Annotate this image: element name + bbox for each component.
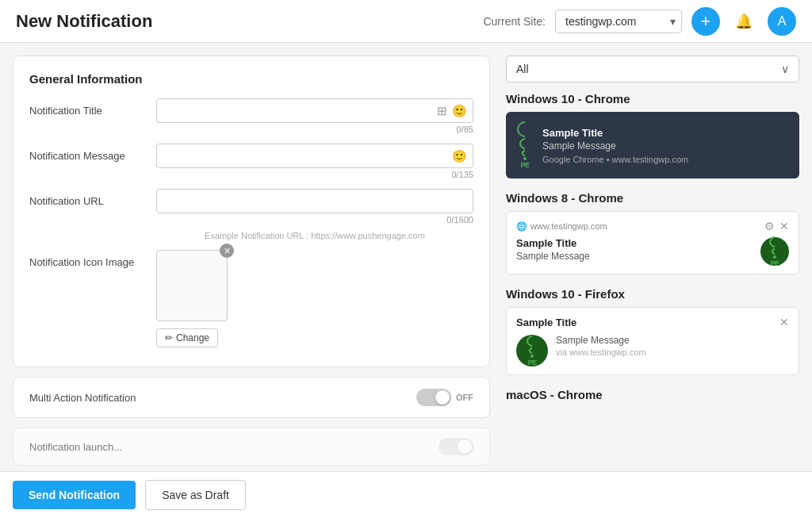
save-as-draft-button[interactable]: Save as Draft: [145, 480, 246, 510]
user-icon: A: [778, 14, 787, 29]
change-button-wrapper: ✏ Change: [156, 328, 473, 347]
wifi-arc-win8-small: [770, 247, 779, 255]
right-panel: All ∨ Windows 10 - Chrome PE: [506, 56, 799, 475]
wifi-dot-ff: [530, 355, 534, 358]
gear-icon: ⚙: [764, 220, 775, 232]
url-char-count: 0/1600: [156, 215, 473, 224]
preview-win10-sample-msg: Sample Message: [542, 140, 788, 152]
icon-field: ✕ ✏ Change: [156, 250, 473, 347]
bell-button[interactable]: 🔔: [730, 7, 758, 36]
icon-image-box: [156, 250, 228, 321]
page-wrapper: New Notification Current Site: testingwp…: [0, 0, 812, 518]
preview-win8-chrome-title: Windows 8 - Chrome: [506, 191, 799, 205]
preview-win8-text: Sample Title Sample Message: [516, 237, 753, 262]
header-right: Current Site: testingwp.com ▾ + 🔔 A: [483, 7, 796, 36]
preview-win8-actions: ⚙ ✕: [764, 220, 789, 232]
header: New Notification Current Site: testingwp…: [0, 0, 812, 43]
preview-win10-content: Sample Title Sample Message Google Chrom…: [542, 127, 788, 164]
preview-win10-chrome-card: PE Sample Title Sample Message Google Ch…: [506, 112, 799, 178]
pe-label-win8: PE: [770, 259, 779, 267]
preview-win8-header: 🌐 www.testingwp.com ⚙ ✕: [516, 220, 789, 232]
title-label: Notification Title: [29, 98, 156, 117]
preview-firefox-text: Sample Message via www.testingwp.com: [556, 335, 789, 357]
preview-win10-sample-title: Sample Title: [542, 127, 788, 139]
notification-launch-label: Notification launch...: [29, 441, 122, 453]
general-info-card: General Information Notification Title ⊞…: [13, 56, 490, 367]
preview-firefox-body: PE Sample Message via www.testingwp.com: [516, 335, 789, 366]
toggle-state: OFF: [456, 393, 473, 402]
preview-win8-chrome-card: 🌐 www.testingwp.com ⚙ ✕ Sample Title Sam…: [506, 211, 799, 274]
left-panel: General Information Notification Title ⊞…: [13, 56, 493, 475]
url-hint: Example Notification URL : https://www.p…: [156, 231, 473, 240]
preview-win8-chrome-section: Windows 8 - Chrome 🌐 www.testingwp.com ⚙…: [506, 191, 799, 274]
message-label: Notification Message: [29, 144, 156, 162]
icon-label: Notification Icon Image: [29, 250, 156, 268]
preview-firefox-title: Windows 10 - Firefox: [506, 287, 799, 301]
table-icon: ⊞: [437, 104, 447, 118]
url-row: Notification URL 0/1600 Example Notifica…: [29, 189, 473, 247]
wifi-arc-ff-small: [527, 346, 536, 355]
pe-icon-win10: PE: [517, 121, 533, 169]
preview-firefox-section: Windows 10 - Firefox Sample Title ✕: [506, 287, 799, 375]
chevron-down-icon: ∨: [781, 63, 789, 75]
wifi-arc-win8-large: [767, 234, 783, 250]
site-selector[interactable]: testingwp.com ▾: [555, 10, 682, 33]
preview-win8-site-url-text: www.testingwp.com: [530, 221, 607, 231]
preview-win10-chrome-section: Windows 10 - Chrome PE Sample Title: [506, 92, 799, 178]
card-title: General Information: [29, 72, 473, 86]
current-site-label: Current Site:: [483, 15, 546, 28]
title-char-count: 0/85: [156, 125, 473, 134]
icon-image-area: ✕: [156, 250, 228, 321]
message-input-icons: 🙂: [452, 149, 467, 163]
emoji-icon: 🙂: [452, 104, 467, 118]
icon-row: Notification Icon Image ✕ ✏ Change: [29, 250, 473, 347]
url-field: 0/1600 Example Notification URL : https:…: [156, 189, 473, 247]
message-input-wrapper: 🙂: [156, 144, 473, 168]
title-input-wrapper: ⊞ 🙂: [156, 98, 473, 123]
preview-win8-url: 🌐 www.testingwp.com: [516, 221, 607, 232]
bell-icon: 🔔: [735, 13, 753, 30]
add-button[interactable]: +: [691, 7, 720, 36]
avatar-button[interactable]: A: [768, 7, 796, 36]
pe-label: PE: [520, 161, 529, 169]
close-icon-firefox: ✕: [779, 316, 789, 328]
preview-win8-sample-title: Sample Title: [516, 237, 753, 249]
site-select-input[interactable]: testingwp.com: [555, 10, 682, 33]
send-notification-button[interactable]: Send Notification: [13, 481, 136, 509]
wifi-dot: [523, 157, 527, 160]
close-icon: ✕: [779, 220, 789, 232]
launch-toggle[interactable]: [439, 438, 473, 455]
launch-toggle-thumb: [458, 439, 472, 454]
emoji-icon: 🙂: [452, 149, 467, 163]
icon-remove-button[interactable]: ✕: [220, 244, 234, 258]
platform-filter[interactable]: All ∨: [506, 56, 799, 82]
platform-filter-value: All: [516, 63, 529, 75]
title-input-icons: ⊞ 🙂: [437, 104, 467, 118]
multi-action-toggle[interactable]: OFF: [416, 389, 473, 406]
message-char-count: 0/135: [156, 170, 473, 179]
message-input[interactable]: [156, 144, 473, 168]
preview-firefox-via: via www.testingwp.com: [556, 347, 789, 357]
multi-action-label: Multi Action Notification: [29, 392, 136, 404]
wifi-icon: [517, 121, 533, 160]
preview-firefox-sample-title: Sample Title: [516, 317, 576, 328]
wifi-icon-win8: [769, 236, 780, 259]
message-row: Notification Message 🙂 0/135: [29, 144, 473, 186]
wifi-dot-win8: [773, 255, 776, 259]
message-field: 🙂 0/135: [156, 144, 473, 186]
pe-label-ff: PE: [527, 359, 536, 366]
change-icon-button[interactable]: ✏ Change: [156, 328, 218, 347]
multi-action-card: Multi Action Notification OFF: [13, 377, 490, 418]
pencil-icon: ✏: [165, 332, 173, 343]
title-input[interactable]: [156, 98, 473, 123]
toggle-thumb: [435, 390, 450, 405]
toggle-track[interactable]: [416, 389, 451, 406]
notification-launch-card: Notification launch...: [13, 428, 490, 466]
preview-firefox-sample-msg: Sample Message: [556, 335, 789, 346]
preview-firefox-card: Sample Title ✕ PE: [506, 307, 799, 375]
preview-macos-section: macOS - Chrome: [506, 388, 799, 408]
preview-win10-site-url: Google Chrome • www.testingwp.com: [542, 155, 788, 164]
title-row: Notification Title ⊞ 🙂 0/85: [29, 98, 473, 140]
url-input[interactable]: [156, 189, 473, 213]
wifi-arc-ff-large: [524, 333, 540, 349]
